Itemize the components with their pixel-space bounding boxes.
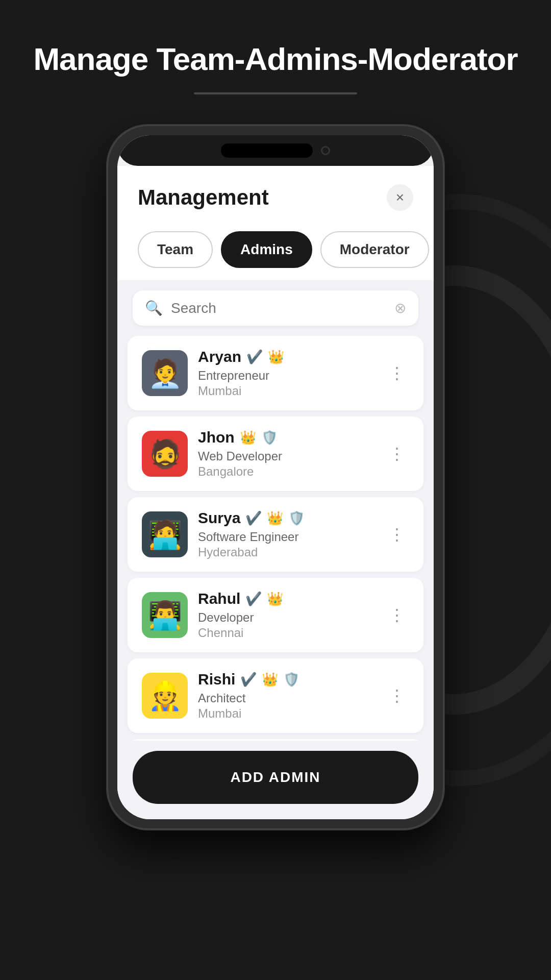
notch-pill xyxy=(221,143,313,158)
list-item: 🧑‍💻 Surya ✔️ 👑 🛡️ Software Engineer Hyde… xyxy=(128,497,423,572)
phone-notch xyxy=(117,135,434,166)
member-name: Surya xyxy=(198,509,240,527)
avatar: 🧑‍💼 xyxy=(142,350,188,396)
list-item: 🧑‍💼 Aryan ✔️ 👑 Entrepreneur Mumbai ⋮ xyxy=(128,336,423,410)
notch-camera xyxy=(321,146,330,155)
tab-team[interactable]: Team xyxy=(138,231,213,268)
avatar: 👨‍💻 xyxy=(142,592,188,638)
member-menu-button[interactable]: ⋮ xyxy=(385,440,409,468)
member-location: Bangalore xyxy=(198,464,374,479)
verified-badge-icon: ✔️ xyxy=(246,349,263,365)
modal-container: Management × Team Admins Moderator 🔍 ⊗ xyxy=(117,166,434,819)
member-location: Mumbai xyxy=(198,706,374,721)
member-location: Chennai xyxy=(198,626,374,640)
avatar: 🧔 xyxy=(142,431,188,477)
page-title: Manage Team-Admins-Moderator xyxy=(33,41,517,77)
member-name-row: Rishi ✔️ 👑 🛡️ xyxy=(198,671,374,688)
crown-badge-icon: 👑 xyxy=(267,591,283,607)
search-clear-icon[interactable]: ⊗ xyxy=(394,300,406,316)
member-role: Entrepreneur xyxy=(198,369,374,383)
member-role: Developer xyxy=(198,610,374,625)
tab-moderator[interactable]: Moderator xyxy=(320,231,429,268)
member-name: Jhon xyxy=(198,429,235,446)
member-name-row: Surya ✔️ 👑 🛡️ xyxy=(198,509,374,527)
members-list: 🧑‍💼 Aryan ✔️ 👑 Entrepreneur Mumbai ⋮ xyxy=(117,336,434,741)
list-item: 👨‍💻 Rahul ✔️ 👑 Developer Chennai ⋮ xyxy=(128,578,423,652)
modal-header: Management × xyxy=(117,166,434,223)
member-name-row: Aryan ✔️ 👑 xyxy=(198,348,374,365)
search-input[interactable] xyxy=(171,300,386,316)
modal-title: Management xyxy=(138,185,269,210)
close-button[interactable]: × xyxy=(387,184,413,211)
member-role: Architect xyxy=(198,691,374,705)
shield-badge-icon: 🛡️ xyxy=(261,430,278,446)
verified-badge-icon: ✔️ xyxy=(245,591,262,607)
member-info: Jhon 👑 🛡️ Web Developer Bangalore xyxy=(198,429,374,479)
search-bar: 🔍 ⊗ xyxy=(133,290,418,326)
member-name: Rishi xyxy=(198,671,235,688)
member-menu-button[interactable]: ⋮ xyxy=(385,359,409,387)
member-name: Aryan xyxy=(198,348,241,365)
phone-screen: Management × Team Admins Moderator 🔍 ⊗ xyxy=(117,135,434,819)
member-info: Rahul ✔️ 👑 Developer Chennai xyxy=(198,590,374,640)
member-role: Web Developer xyxy=(198,449,374,463)
list-item: 🧔 Jhon 👑 🛡️ Web Developer Bangalore ⋮ xyxy=(128,416,423,491)
crown-badge-icon: 👑 xyxy=(268,349,284,365)
crown-badge-icon: 👑 xyxy=(262,672,278,688)
search-icon: 🔍 xyxy=(145,300,163,316)
member-role: Software Engineer xyxy=(198,530,374,544)
title-divider xyxy=(194,92,357,94)
member-location: Hyderabad xyxy=(198,545,374,559)
member-name: Rahul xyxy=(198,590,240,607)
crown-badge-icon: 👑 xyxy=(240,430,256,446)
list-item: 🧑‍🎨 Karthick ✔️ 👑 Product Manager Bangal… xyxy=(128,739,423,741)
phone-frame: Management × Team Admins Moderator 🔍 ⊗ xyxy=(107,125,444,829)
shield-badge-icon: 🛡️ xyxy=(283,672,299,688)
shield-badge-icon: 🛡️ xyxy=(288,510,305,526)
avatar: 👷 xyxy=(142,673,188,719)
tab-bar: Team Admins Moderator xyxy=(117,223,434,280)
member-menu-button[interactable]: ⋮ xyxy=(385,521,409,548)
member-name-row: Jhon 👑 🛡️ xyxy=(198,429,374,446)
member-info: Surya ✔️ 👑 🛡️ Software Engineer Hyderaba… xyxy=(198,509,374,559)
verified-badge-icon: ✔️ xyxy=(245,510,262,526)
member-location: Mumbai xyxy=(198,384,374,398)
add-admin-button[interactable]: ADD ADMIN xyxy=(133,751,418,804)
verified-badge-icon: ✔️ xyxy=(240,672,257,688)
tab-admins[interactable]: Admins xyxy=(221,231,312,268)
member-info: Aryan ✔️ 👑 Entrepreneur Mumbai xyxy=(198,348,374,398)
list-item: 👷 Rishi ✔️ 👑 🛡️ Architect Mumbai ⋮ xyxy=(128,658,423,733)
member-info: Rishi ✔️ 👑 🛡️ Architect Mumbai xyxy=(198,671,374,721)
member-menu-button[interactable]: ⋮ xyxy=(385,682,409,709)
member-menu-button[interactable]: ⋮ xyxy=(385,601,409,629)
crown-badge-icon: 👑 xyxy=(267,510,283,526)
avatar: 🧑‍💻 xyxy=(142,511,188,557)
member-name-row: Rahul ✔️ 👑 xyxy=(198,590,374,607)
